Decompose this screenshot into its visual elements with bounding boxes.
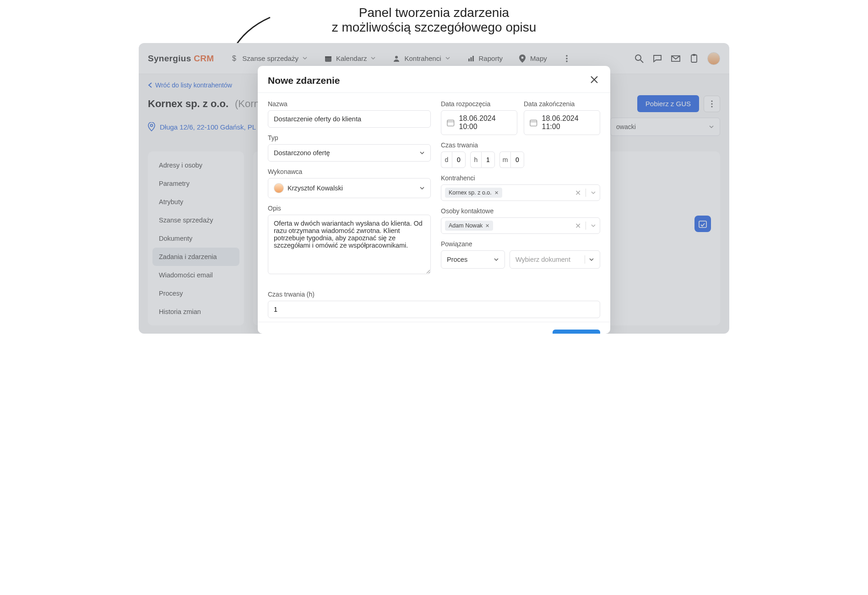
contacts-multiselect[interactable]: Adam Nowak ✕ ✕	[441, 217, 600, 234]
svg-rect-22	[447, 120, 454, 126]
contractors-multiselect[interactable]: Kornex sp. z o.o. ✕ ✕	[441, 184, 600, 201]
duration-h-input[interactable]	[481, 151, 495, 168]
label-start: Data rozpoczęcia	[441, 100, 517, 108]
calendar-icon	[530, 119, 537, 127]
chevron-down-icon[interactable]	[591, 190, 596, 195]
new-event-modal: Nowe zdarzenie Nazwa Typ Dostarczon	[258, 66, 610, 334]
label-end: Data zakończenia	[524, 100, 600, 108]
label-description: Opis	[268, 205, 431, 212]
type-select[interactable]: Dostarczono ofertę	[268, 144, 431, 162]
performer-select[interactable]: Krzysztof Kowalski	[268, 178, 431, 198]
duration-m-input[interactable]	[510, 151, 524, 168]
contractor-chip-label: Kornex sp. z o.o.	[449, 189, 492, 196]
end-date-input[interactable]: 18.06.2024 11:00	[524, 110, 600, 135]
related-type-select[interactable]: Proces	[441, 250, 505, 269]
clear-icon[interactable]: ✕	[575, 189, 581, 197]
duration-d-input[interactable]	[452, 151, 466, 168]
modal-backdrop: Nowe zdarzenie Nazwa Typ Dostarczon	[139, 43, 729, 334]
duration-d-label: d	[441, 151, 452, 168]
clear-icon[interactable]: ✕	[575, 222, 581, 230]
label-related: Powiązane	[441, 240, 600, 248]
description-textarea[interactable]	[268, 215, 431, 274]
label-contacts: Osoby kontaktowe	[441, 207, 600, 215]
related-type-value: Proces	[447, 256, 467, 263]
chevron-down-icon	[419, 150, 425, 156]
name-input[interactable]	[268, 110, 431, 128]
close-icon[interactable]	[590, 76, 600, 86]
annotation-line1: Panel tworzenia zdarzenia	[0, 5, 868, 20]
save-button[interactable]: Zapisz	[553, 330, 600, 334]
label-contractors: Kontrahenci	[441, 174, 600, 182]
label-duration: Czas trwania	[441, 141, 600, 149]
chevron-down-icon[interactable]	[591, 223, 596, 228]
start-date-value: 18.06.2024 10:00	[459, 114, 511, 131]
label-type: Typ	[268, 134, 431, 141]
chip-remove-icon[interactable]: ✕	[494, 190, 499, 196]
app-shell: Synergius CRM $ Szanse sprzedaży Kalenda…	[139, 43, 729, 334]
contact-chip-label: Adam Nowak	[449, 222, 483, 229]
chevron-down-icon	[589, 257, 594, 262]
related-document-select[interactable]: Wybierz dokument	[510, 250, 600, 269]
chip-remove-icon[interactable]: ✕	[485, 223, 489, 229]
modal-title: Nowe zdarzenie	[268, 75, 340, 86]
calendar-icon	[447, 119, 455, 127]
type-value: Dostarczono ofertę	[274, 149, 330, 157]
contractor-chip: Kornex sp. z o.o. ✕	[445, 188, 502, 198]
label-duration-h: Czas trwania (h)	[268, 291, 600, 298]
svg-rect-24	[530, 120, 537, 126]
contact-chip: Adam Nowak ✕	[445, 221, 493, 231]
start-date-input[interactable]: 18.06.2024 10:00	[441, 110, 517, 135]
performer-value: Krzysztof Kowalski	[288, 184, 343, 192]
duration-h-label: h	[470, 151, 481, 168]
label-performer: Wykonawca	[268, 168, 431, 175]
duration-h-field[interactable]	[268, 301, 600, 318]
performer-avatar	[274, 183, 284, 193]
annotation-line2: z możliwością szczegółowego opisu	[0, 20, 868, 35]
related-document-placeholder: Wybierz dokument	[515, 256, 570, 263]
label-name: Nazwa	[268, 100, 431, 108]
end-date-value: 18.06.2024 11:00	[542, 114, 594, 131]
duration-m-label: m	[499, 151, 510, 168]
chevron-down-icon	[494, 257, 499, 262]
chevron-down-icon	[419, 185, 425, 191]
